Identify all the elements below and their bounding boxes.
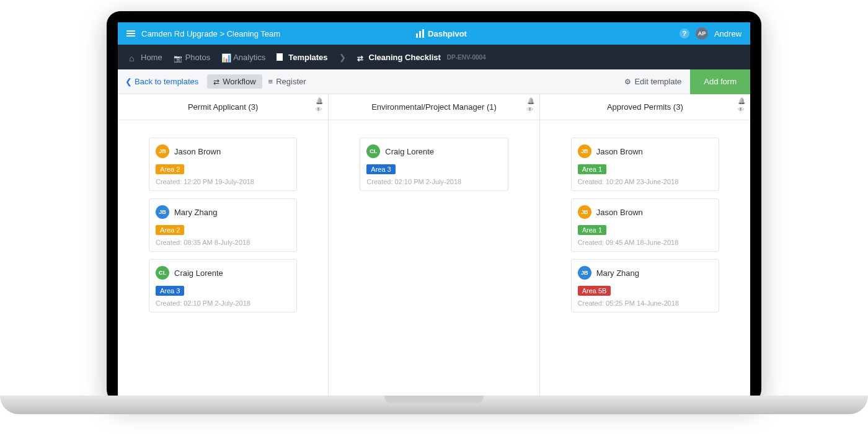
column-header: Environmental/Project Manager (1) [329, 94, 539, 120]
laptop-notch [384, 396, 484, 403]
menu-icon[interactable] [126, 29, 135, 38]
bell-icon[interactable] [527, 97, 534, 104]
column-body: JBJason BrownArea 1Created: 10:20 AM 23-… [540, 120, 750, 330]
help-icon[interactable]: ? [680, 29, 689, 38]
column-title: Approved Permits (3) [607, 102, 683, 112]
navbar: Home Photos 📊Analytics Templates ❯ Clean… [118, 45, 750, 69]
column-header: Permit Applicant (3) [118, 94, 328, 120]
eye-icon[interactable] [527, 105, 534, 113]
card-name: Craig Lorente [174, 268, 223, 278]
breadcrumb[interactable]: Camden Rd Upgrade > Cleaning Team [141, 29, 342, 38]
card-meta: Created: 10:20 AM 23-June-2018 [578, 178, 712, 185]
card-meta: Created: 08:35 AM 8-July-2018 [156, 239, 290, 246]
home-icon [129, 53, 137, 61]
column: Approved Permits (3)JBJason BrownArea 1C… [540, 94, 750, 403]
camera-icon [174, 53, 182, 61]
card[interactable]: JBMary ZhangArea 5BCreated: 05:25 PM 14-… [571, 259, 719, 312]
chevron-left-icon: ❮ [125, 77, 132, 86]
area-tag: Area 5B [578, 286, 611, 296]
bell-icon[interactable] [738, 97, 745, 104]
toolbar: ❮Back to templates Workflow Register Edi… [118, 69, 750, 94]
card-name: Jason Brown [174, 147, 221, 156]
card[interactable]: JBJason BrownArea 1Created: 09:45 AM 18-… [571, 198, 719, 252]
nav-templates[interactable]: Templates [277, 53, 327, 62]
brand-icon [416, 29, 424, 38]
card[interactable]: JBJason BrownArea 2Created: 12:20 PM 19-… [149, 138, 297, 191]
template-id: DP-ENV-0004 [447, 54, 486, 61]
card-name: Mary Zhang [596, 268, 639, 278]
card-meta: Created: 09:45 AM 18-June-2018 [578, 239, 712, 246]
doc-icon [277, 53, 285, 61]
avatar: JB [578, 144, 591, 158]
area-tag: Area 2 [156, 164, 184, 174]
column-title: Environmental/Project Manager (1) [371, 102, 497, 112]
eye-icon[interactable] [316, 105, 323, 113]
area-tag: Area 3 [156, 286, 184, 296]
card-meta: Created: 02:10 PM 2-July-2018 [156, 299, 290, 307]
eye-icon[interactable] [738, 105, 745, 113]
user-name[interactable]: Andrew [714, 29, 742, 38]
tab-register[interactable]: Register [262, 74, 312, 89]
list-icon [268, 77, 273, 86]
card-name: Jason Brown [596, 147, 643, 156]
chart-icon: 📊 [221, 53, 229, 61]
card-meta: Created: 05:25 PM 14-June-2018 [578, 299, 712, 307]
bell-icon[interactable] [316, 97, 323, 104]
area-tag: Area 1 [578, 164, 606, 174]
area-tag: Area 3 [366, 164, 395, 174]
add-form-button[interactable]: Add form [690, 69, 750, 94]
edit-template-button[interactable]: Edit template [616, 77, 690, 86]
column-header: Approved Permits (3) [540, 94, 750, 120]
avatar: JB [578, 266, 591, 280]
card-meta: Created: 02:10 PM 2-July-2018 [366, 178, 501, 185]
avatar: CL [366, 144, 380, 158]
card[interactable]: JBMary ZhangArea 2Created: 08:35 AM 8-Ju… [149, 198, 297, 252]
nav-home[interactable]: Home [129, 53, 162, 62]
back-to-templates[interactable]: ❮Back to templates [125, 77, 198, 86]
area-tag: Area 1 [578, 225, 606, 235]
tab-workflow[interactable]: Workflow [207, 74, 262, 89]
nav-analytics[interactable]: 📊Analytics [221, 53, 265, 62]
column-title: Permit Applicant (3) [188, 102, 258, 112]
topbar: Camden Rd Upgrade > Cleaning Team Dashpi… [118, 22, 750, 45]
card[interactable]: CLCraig LorenteArea 3Created: 02:10 PM 2… [360, 138, 508, 191]
column: Environmental/Project Manager (1)CLCraig… [329, 94, 539, 403]
brand-label: Dashpivot [428, 29, 467, 38]
area-tag: Area 2 [156, 225, 184, 235]
shuffle-icon [357, 53, 365, 61]
card-name: Craig Lorente [385, 147, 434, 156]
card[interactable]: CLCraig LorenteArea 3Created: 02:10 PM 2… [149, 259, 297, 312]
avatar: CL [156, 266, 169, 280]
column: Permit Applicant (3)JBJason BrownArea 2C… [118, 94, 329, 403]
card-meta: Created: 12:20 PM 19-July-2018 [156, 178, 290, 185]
column-body: JBJason BrownArea 2Created: 12:20 PM 19-… [118, 120, 328, 330]
nav-photos[interactable]: Photos [174, 53, 210, 62]
chevron-right-icon: ❯ [339, 53, 346, 62]
nav-checklist[interactable]: Cleaning ChecklistDP-ENV-0004 [357, 53, 486, 62]
avatar: JB [578, 205, 591, 219]
brand: Dashpivot [342, 29, 542, 38]
avatar: JB [156, 144, 169, 158]
card[interactable]: JBJason BrownArea 1Created: 10:20 AM 23-… [571, 138, 719, 191]
gear-icon [624, 77, 631, 86]
board: Permit Applicant (3)JBJason BrownArea 2C… [118, 94, 750, 403]
card-name: Jason Brown [596, 208, 643, 217]
laptop-frame: Camden Rd Upgrade > Cleaning Team Dashpi… [107, 11, 761, 403]
column-body: CLCraig LorenteArea 3Created: 02:10 PM 2… [329, 120, 539, 208]
shuffle-icon [213, 77, 219, 86]
card-name: Mary Zhang [174, 208, 217, 217]
avatar: JB [156, 205, 169, 219]
user-avatar[interactable]: AP [696, 27, 708, 40]
screen: Camden Rd Upgrade > Cleaning Team Dashpi… [118, 22, 750, 403]
